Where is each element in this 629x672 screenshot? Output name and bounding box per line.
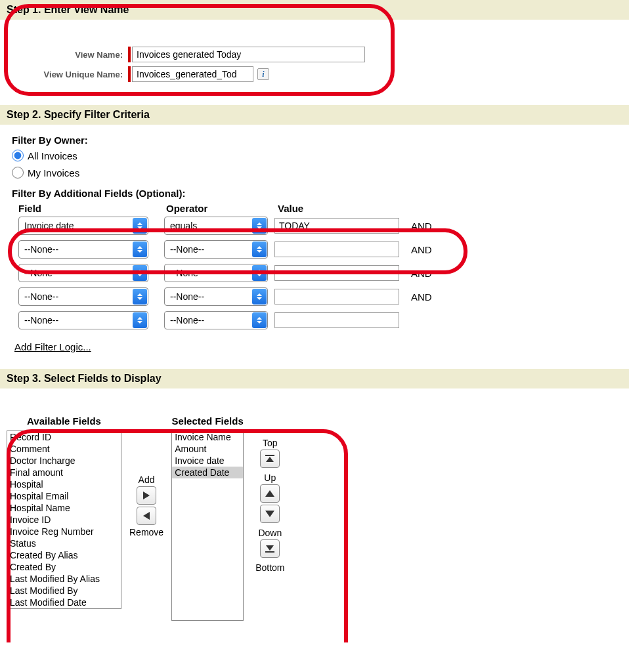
dual-list: Available Fields Record IDCommentDoctor … bbox=[0, 410, 629, 626]
list-item[interactable]: Last Modified Date bbox=[7, 597, 121, 608]
top-button[interactable] bbox=[260, 450, 280, 468]
down-button[interactable] bbox=[260, 505, 280, 523]
select-toggle-icon[interactable] bbox=[133, 289, 147, 304]
step3-section: Step 3. Select Fields to Display Availab… bbox=[0, 369, 629, 626]
view-unique-input[interactable] bbox=[132, 66, 253, 82]
select-toggle-icon[interactable] bbox=[252, 312, 267, 328]
order-buttons: Top Up Down Bottom bbox=[255, 435, 284, 574]
bottom-button[interactable] bbox=[260, 539, 280, 558]
owner-all-radio[interactable] bbox=[12, 150, 24, 161]
step3-header: Step 3. Select Fields to Display bbox=[0, 369, 629, 388]
add-button[interactable] bbox=[137, 486, 156, 505]
filter-row: AND bbox=[18, 287, 617, 306]
svg-marker-0 bbox=[143, 492, 150, 499]
view-unique-row: View Unique Name: i bbox=[0, 66, 629, 82]
and-label: AND bbox=[411, 291, 432, 303]
select-toggle-icon[interactable] bbox=[133, 242, 147, 257]
arrow-up-icon bbox=[265, 490, 274, 497]
selected-listbox[interactable]: Invoice NameAmountInvoice dateCreated Da… bbox=[171, 430, 244, 621]
list-item[interactable]: Comment bbox=[7, 443, 121, 455]
filter-field-select[interactable] bbox=[18, 264, 148, 282]
list-item[interactable]: Invoice ID bbox=[7, 514, 121, 526]
list-item[interactable]: Doctor Incharge bbox=[7, 455, 121, 467]
required-bar bbox=[128, 66, 131, 82]
arrow-bottom-icon bbox=[265, 545, 274, 553]
list-item[interactable]: Invoice Reg Number bbox=[7, 526, 121, 537]
up-button[interactable] bbox=[260, 484, 280, 503]
filter-row bbox=[18, 311, 617, 329]
select-toggle-icon[interactable] bbox=[252, 218, 267, 234]
and-label: AND bbox=[411, 268, 432, 279]
top-label: Top bbox=[263, 438, 278, 448]
col-value: Value bbox=[278, 203, 409, 214]
select-toggle-icon[interactable] bbox=[252, 242, 267, 257]
filter-row: AND bbox=[18, 264, 617, 282]
list-item[interactable]: Created Date bbox=[172, 467, 243, 478]
select-toggle-icon[interactable] bbox=[252, 265, 267, 281]
select-toggle-icon[interactable] bbox=[252, 289, 267, 304]
view-name-input[interactable] bbox=[132, 47, 365, 62]
arrow-down-icon bbox=[265, 511, 274, 517]
list-item[interactable]: Hospital Name bbox=[7, 502, 121, 514]
filter-field-select[interactable] bbox=[18, 287, 148, 306]
filter-field-select[interactable] bbox=[18, 217, 148, 235]
view-name-row: View Name: bbox=[0, 47, 629, 62]
list-item[interactable]: Last Modified By Alias bbox=[7, 573, 121, 585]
bottom-label: Bottom bbox=[255, 562, 284, 573]
svg-marker-6 bbox=[266, 545, 274, 551]
add-remove-buttons: Add Remove bbox=[129, 474, 163, 539]
select-toggle-icon[interactable] bbox=[133, 218, 147, 234]
filter-table: Field Operator Value ANDANDANDAND bbox=[18, 203, 617, 329]
svg-marker-3 bbox=[266, 457, 274, 462]
filter-value-input[interactable] bbox=[274, 312, 399, 328]
view-unique-label: View Unique Name: bbox=[26, 70, 128, 79]
list-item[interactable]: Hospital bbox=[7, 478, 121, 490]
available-title: Available Fields bbox=[27, 415, 101, 427]
owner-my-radio[interactable] bbox=[12, 167, 24, 178]
required-bar bbox=[128, 47, 131, 62]
filter-field-select[interactable] bbox=[18, 240, 148, 259]
owner-my-label: My Invoices bbox=[28, 167, 79, 178]
add-filter-logic-link[interactable]: Add Filter Logic... bbox=[14, 341, 91, 352]
list-item[interactable]: Final amount bbox=[7, 467, 121, 478]
select-toggle-icon[interactable] bbox=[133, 265, 147, 281]
filter-by-owner-label: Filter By Owner: bbox=[12, 135, 617, 146]
arrow-top-icon bbox=[265, 455, 274, 463]
list-item[interactable]: Status bbox=[7, 537, 121, 549]
down-label: Down bbox=[258, 528, 282, 538]
info-icon[interactable]: i bbox=[257, 68, 269, 80]
filter-value-input[interactable] bbox=[274, 265, 399, 281]
list-item[interactable]: Created By Alias bbox=[7, 549, 121, 561]
view-name-label: View Name: bbox=[26, 50, 128, 60]
and-label: AND bbox=[411, 220, 432, 232]
list-item[interactable]: Amount bbox=[172, 443, 243, 455]
col-field: Field bbox=[18, 203, 166, 214]
filter-value-input[interactable] bbox=[274, 218, 399, 234]
list-item[interactable]: Invoice Name bbox=[172, 431, 243, 443]
selected-col: Selected Fields Invoice NameAmountInvoic… bbox=[171, 415, 244, 621]
col-operator: Operator bbox=[166, 203, 278, 214]
svg-marker-5 bbox=[265, 511, 274, 517]
list-item[interactable]: Last Modified By bbox=[7, 585, 121, 597]
selected-title: Selected Fields bbox=[172, 415, 244, 427]
filter-field-select[interactable] bbox=[18, 311, 148, 329]
filter-value-input[interactable] bbox=[274, 289, 399, 304]
list-item[interactable]: Record ID bbox=[7, 431, 121, 443]
list-item[interactable]: Invoice date bbox=[172, 455, 243, 467]
svg-marker-1 bbox=[143, 512, 150, 520]
step2-header: Step 2. Specify Filter Criteria bbox=[0, 105, 629, 125]
step2-section: Step 2. Specify Filter Criteria Filter B… bbox=[0, 105, 629, 352]
list-item[interactable]: Created By bbox=[7, 561, 121, 573]
filter-value-input[interactable] bbox=[274, 242, 399, 257]
and-label: AND bbox=[411, 244, 432, 255]
available-col: Available Fields Record IDCommentDoctor … bbox=[7, 415, 121, 609]
step1-section: Step 1. Enter View Name View Name: View … bbox=[0, 0, 629, 82]
available-listbox[interactable]: Record IDCommentDoctor InchargeFinal amo… bbox=[7, 430, 121, 609]
up-label: Up bbox=[264, 472, 276, 483]
owner-all-label: All Invoices bbox=[28, 150, 77, 161]
remove-button[interactable] bbox=[137, 507, 156, 525]
select-toggle-icon[interactable] bbox=[133, 312, 147, 328]
list-item[interactable]: Hospital Email bbox=[7, 490, 121, 502]
arrow-left-icon bbox=[143, 512, 150, 520]
add-label: Add bbox=[139, 474, 155, 485]
